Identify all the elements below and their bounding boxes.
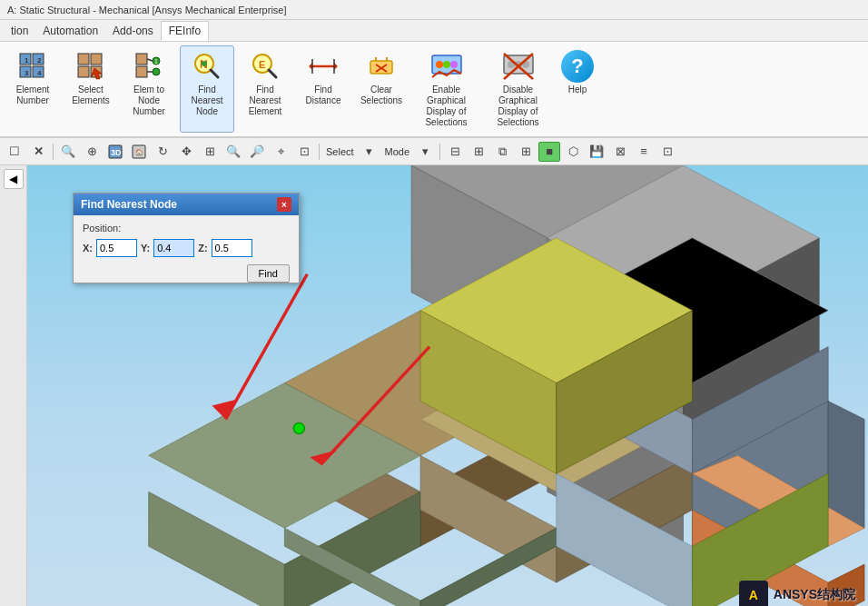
svg-rect-14: [136, 66, 147, 77]
disable-graphical-icon: [502, 50, 535, 83]
mode-label: Mode: [382, 146, 413, 157]
svg-text:E: E: [259, 59, 265, 70]
toolbar-zoom-box[interactable]: ⊞: [199, 142, 221, 162]
menu-addons[interactable]: Add-ons: [105, 22, 161, 40]
find-nearest-elem-icon: E: [249, 50, 281, 83]
svg-line-26: [269, 70, 276, 77]
toolbar-frame[interactable]: ⬡: [562, 142, 584, 162]
toolbar-misc2[interactable]: ≡: [633, 142, 655, 162]
ribbon-label-find-distance: FindDistance: [306, 84, 341, 106]
collapse-btn[interactable]: ◀: [4, 169, 24, 189]
ribbon-label-enable-graphical: Enable GraphicalDisplay of Selections: [415, 84, 478, 128]
ribbon-btn-find-nearest-elem[interactable]: E Find NearestElement: [238, 45, 292, 133]
elem-node-icon: 1: [133, 50, 165, 83]
svg-text:4: 4: [37, 69, 42, 77]
svg-line-22: [211, 70, 218, 77]
svg-text:3D: 3D: [111, 148, 122, 157]
svg-text:3: 3: [25, 69, 29, 77]
svg-rect-13: [136, 54, 147, 65]
toolbar-save[interactable]: 💾: [586, 142, 607, 162]
toolbar-mode-arrow[interactable]: ▾: [414, 142, 436, 162]
toolbar-zoom-in[interactable]: ⊕: [81, 142, 103, 162]
select-label: Select: [323, 146, 357, 157]
clear-icon: [365, 50, 398, 83]
toolbar-zoom-fit[interactable]: 🔍: [57, 142, 79, 162]
ribbon-label-elem-node: Elem toNode Number: [124, 84, 173, 117]
toolbar-pan[interactable]: ✥: [175, 142, 197, 162]
ribbon-label-element-number: ElementNumber: [16, 84, 50, 106]
svg-text:1: 1: [154, 58, 158, 65]
svg-point-85: [293, 422, 304, 433]
svg-point-23: [202, 61, 207, 66]
grid-icon: 1 2 3 4: [16, 50, 49, 83]
help-icon: ?: [561, 50, 594, 83]
toolbar-zoom-m[interactable]: 🔍: [222, 142, 244, 162]
toolbar-rotate[interactable]: ↻: [152, 142, 173, 162]
ribbon-btn-element-number[interactable]: 1 2 3 4 ElementNumber: [5, 45, 60, 133]
dialog-close-button[interactable]: ×: [277, 197, 291, 212]
ribbon-btn-find-nearest-node[interactable]: N Find Nearest Node: [180, 45, 234, 133]
x-label: X:: [83, 243, 93, 253]
svg-text:2: 2: [37, 56, 42, 65]
svg-line-17: [147, 59, 153, 61]
watermark-icon: A: [739, 581, 768, 606]
menu-feinfo[interactable]: FEInfo: [161, 21, 209, 41]
toolbar-green-btn[interactable]: ■: [538, 142, 560, 162]
select-elements-icon: [74, 50, 107, 83]
watermark-text: ANSYS结构院: [774, 587, 855, 603]
toolbar-sep-3: [439, 144, 440, 160]
toolbar-copy2[interactable]: ⊞: [515, 142, 537, 162]
ribbon-btn-help[interactable]: ? Help: [556, 45, 599, 133]
toolbar-misc1[interactable]: ⊠: [609, 142, 631, 162]
menu-tion[interactable]: tion: [4, 22, 35, 40]
menu-automation[interactable]: Automation: [35, 22, 105, 40]
x-input[interactable]: [96, 239, 137, 257]
toolbar-misc3[interactable]: ⊡: [656, 142, 678, 162]
find-nearest-node-dialog: Find Nearest Node × Position: X: Y: Z: F…: [73, 193, 300, 283]
find-nearest-node-icon: N: [191, 50, 223, 83]
y-label: Y:: [141, 243, 150, 253]
svg-point-16: [153, 68, 160, 75]
toolbar-view-front[interactable]: 🏠: [128, 142, 150, 162]
title-bar: A: Static Structural - Mechanical [Ansys…: [0, 0, 868, 20]
toolbar-zoom-e[interactable]: ⊡: [293, 142, 315, 162]
ribbon: 1 2 3 4 ElementNumber SelectElements: [0, 42, 868, 138]
dialog-title: Find Nearest Node: [81, 198, 177, 211]
toolbar-sep-1: [53, 144, 54, 160]
ribbon-btn-clear[interactable]: ClearSelections: [354, 45, 409, 133]
ribbon-btn-find-distance[interactable]: FindDistance: [296, 45, 350, 133]
ribbon-label-find-nearest-node: Find Nearest Node: [182, 84, 232, 117]
toolbar-close-x[interactable]: ✕: [27, 142, 49, 162]
toolbar-snap[interactable]: ⊞: [468, 142, 489, 162]
ribbon-label-find-nearest-elem: Find NearestElement: [241, 84, 290, 117]
svg-point-38: [436, 61, 443, 68]
ribbon-btn-elem-node[interactable]: 1 Elem toNode Number: [122, 45, 176, 133]
position-label: Position:: [83, 223, 290, 233]
toolbar-sep-2: [319, 144, 320, 160]
toolbar-view-3d[interactable]: 3D: [104, 142, 126, 162]
toolbar-copy1[interactable]: ⧉: [491, 142, 513, 162]
ribbon-label-select-elements: SelectElements: [72, 84, 110, 106]
ribbon-label-help: Help: [568, 84, 587, 95]
toolbar-zoom-p[interactable]: 🔎: [246, 142, 268, 162]
svg-point-39: [443, 61, 450, 68]
watermark: A ANSYS结构院: [739, 581, 855, 606]
svg-text:1: 1: [25, 56, 29, 65]
find-distance-icon: [307, 50, 340, 83]
toolbar-checkbox[interactable]: ☐: [4, 142, 25, 162]
ribbon-btn-select-elements[interactable]: SelectElements: [64, 45, 118, 133]
ribbon-btn-enable-graphical[interactable]: Enable GraphicalDisplay of Selections: [412, 45, 480, 133]
viewport: Find Nearest Node × Position: X: Y: Z: F…: [27, 165, 868, 606]
toolbar-select-arrow[interactable]: ▾: [359, 142, 380, 162]
toolbar-grid-icon[interactable]: ⊟: [444, 142, 466, 162]
toolbar-row: ☐ ✕ 🔍 ⊕ 3D 🏠 ↻ ✥ ⊞ 🔍 🔎 ⌖ ⊡ Select ▾ Mode…: [0, 138, 868, 165]
svg-marker-70: [828, 401, 864, 528]
ribbon-btn-disable-graphical[interactable]: Disable GraphicalDisplay of Selections: [484, 45, 552, 133]
toolbar-zoom-a[interactable]: ⌖: [270, 142, 291, 162]
svg-rect-8: [78, 54, 89, 65]
z-input[interactable]: [212, 239, 252, 257]
find-button[interactable]: Find: [247, 264, 290, 283]
y-input[interactable]: [153, 239, 194, 257]
dialog-titlebar[interactable]: Find Nearest Node ×: [74, 194, 299, 215]
coordinates-row: X: Y: Z:: [83, 239, 290, 257]
